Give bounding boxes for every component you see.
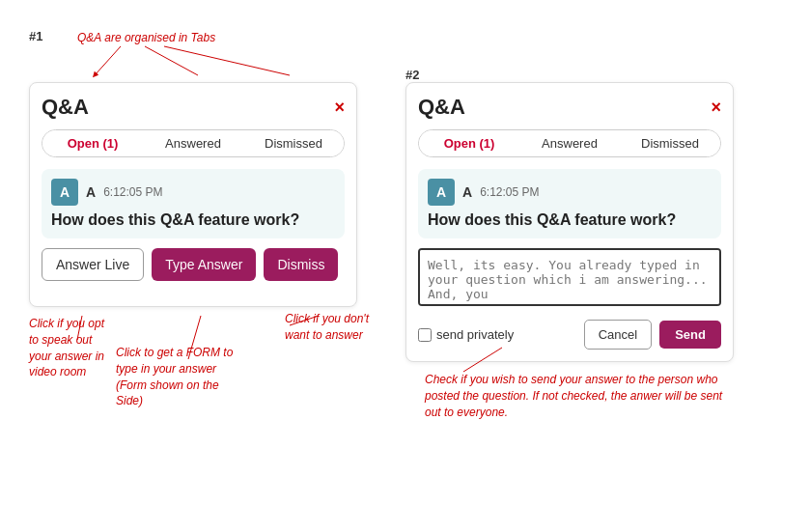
panel2-avatar: A: [428, 179, 455, 206]
panel2-username: A: [462, 184, 472, 200]
answer-actions: send privately Cancel Send: [418, 320, 721, 350]
panel1-tab-open[interactable]: Open (1): [42, 130, 143, 156]
panel2-title: Q&A: [418, 95, 465, 120]
panel1-tabs: Open (1) Answered Dismissed: [42, 129, 345, 157]
panel1-ann-left: Click if you opt to speak out your answe…: [29, 316, 116, 380]
panel2-tab-open[interactable]: Open (1): [419, 130, 519, 156]
svg-line-1: [145, 46, 198, 75]
panel1-ann-right: Click if you don't want to answer: [285, 311, 372, 344]
panel1-close-button[interactable]: ×: [334, 98, 345, 118]
panel2-close-button[interactable]: ×: [711, 98, 721, 118]
panel2-tab-dismissed[interactable]: Dismissed: [620, 130, 720, 156]
qa-panel-2: Q&A × Open (1) Answered Dismissed A A 6:…: [405, 82, 734, 362]
panel1-action-buttons: Answer Live Type Answer Dismiss: [42, 248, 345, 281]
panel2-question-card: A A 6:12:05 PM How does this Q&A feature…: [418, 169, 721, 238]
svg-line-0: [95, 46, 121, 75]
panel1-header: Q&A ×: [42, 95, 345, 120]
answer-live-button[interactable]: Answer Live: [42, 248, 144, 281]
panel2-question-meta: A A 6:12:05 PM: [428, 179, 712, 206]
panel1-timestamp: 6:12:05 PM: [103, 185, 162, 199]
panel1-question-text: How does this Q&A feature work?: [51, 211, 335, 229]
panel1-question-meta: A A 6:12:05 PM: [51, 179, 335, 206]
panel2-bottom-annotation: Check if you wish to send your answer to…: [425, 372, 734, 420]
panel2-header: Q&A ×: [418, 95, 721, 120]
panel1-ann-center: Click to get a FORM to type in your answ…: [116, 345, 241, 409]
qa-panel-1: Q&A × Open (1) Answered Dismissed A A 6:…: [29, 82, 357, 307]
panel2-timestamp: 6:12:05 PM: [480, 185, 539, 199]
panel1-avatar: A: [51, 179, 78, 206]
panel1-username: A: [86, 184, 96, 200]
panel2-question-text: How does this Q&A feature work?: [428, 211, 712, 229]
panel1-question-card: A A 6:12:05 PM How does this Q&A feature…: [42, 169, 345, 238]
panel2-tab-answered[interactable]: Answered: [519, 130, 620, 156]
panel1-number-label: #1: [29, 29, 42, 43]
panel1-tab-dismissed[interactable]: Dismissed: [243, 130, 344, 156]
send-button[interactable]: Send: [659, 321, 721, 349]
send-privately-text: send privately: [436, 327, 514, 342]
panel2-tabs: Open (1) Answered Dismissed: [418, 129, 721, 157]
answer-textarea[interactable]: [418, 248, 721, 306]
panel1-tab-answered[interactable]: Answered: [143, 130, 243, 156]
type-answer-button[interactable]: Type Answer: [152, 248, 256, 281]
send-privately-label[interactable]: send privately: [418, 327, 576, 342]
cancel-button[interactable]: Cancel: [584, 320, 652, 350]
send-privately-checkbox[interactable]: [418, 328, 432, 342]
panel1-top-annotation: Q&A are organised in Tabs: [77, 31, 215, 44]
panel1-title: Q&A: [42, 95, 89, 120]
svg-line-2: [164, 46, 290, 75]
panel2-number-label: #2: [405, 68, 419, 82]
dismiss-button[interactable]: Dismiss: [264, 248, 338, 281]
